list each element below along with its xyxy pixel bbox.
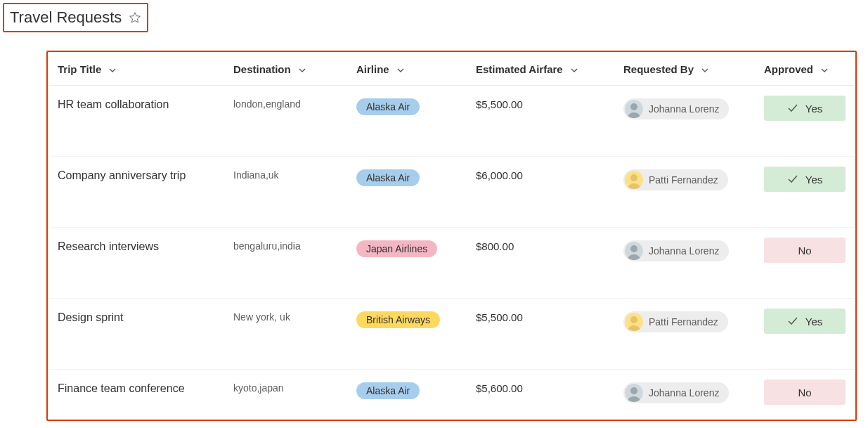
check-icon bbox=[787, 175, 798, 183]
approved-label: No bbox=[798, 387, 811, 398]
table-row[interactable]: HR team collaborationlondon,englandAlask… bbox=[49, 86, 854, 157]
table-row[interactable]: Finance team conferencekyoto,japanAlaska… bbox=[49, 370, 854, 422]
cell-requested-by: Johanna Lorenz bbox=[615, 86, 756, 157]
person-chip[interactable]: Johanna Lorenz bbox=[623, 382, 729, 403]
avatar bbox=[625, 242, 643, 260]
cell-approved: Yes bbox=[756, 299, 854, 370]
chevron-down-icon bbox=[820, 66, 829, 74]
avatar bbox=[625, 100, 643, 118]
cell-trip-title[interactable]: Finance team conference bbox=[49, 370, 225, 422]
table-row[interactable]: Company anniversary tripIndiana,ukAlaska… bbox=[49, 157, 854, 228]
cell-airfare: $5,500.00 bbox=[467, 86, 615, 157]
cell-requested-by: Patti Fernandez bbox=[615, 157, 756, 228]
column-label: Airline bbox=[356, 63, 389, 75]
column-header-requested-by[interactable]: Requested By bbox=[615, 53, 756, 86]
cell-trip-title[interactable]: Company anniversary trip bbox=[49, 157, 225, 228]
person-chip[interactable]: Patti Fernandez bbox=[623, 169, 728, 190]
cell-airfare: $5,600.00 bbox=[467, 370, 615, 422]
approved-label: Yes bbox=[805, 103, 822, 115]
avatar bbox=[625, 313, 643, 331]
svg-point-9 bbox=[630, 387, 637, 394]
travel-requests-table-container: Trip Title Destination Airline Estimated… bbox=[46, 51, 857, 421]
table-row[interactable]: Research interviewsbengaluru,indiaJapan … bbox=[49, 228, 854, 299]
cell-destination: london,england bbox=[225, 86, 348, 157]
cell-destination: kyoto,japan bbox=[225, 370, 348, 422]
person-name: Johanna Lorenz bbox=[649, 387, 719, 398]
cell-requested-by: Patti Fernandez bbox=[615, 299, 756, 370]
person-chip[interactable]: Patti Fernandez bbox=[623, 311, 728, 332]
airline-pill[interactable]: Alaska Air bbox=[356, 98, 420, 115]
table-header-row: Trip Title Destination Airline Estimated… bbox=[49, 53, 854, 86]
cell-trip-title[interactable]: Research interviews bbox=[49, 228, 225, 299]
approved-badge: Yes bbox=[764, 167, 846, 192]
approved-label: Yes bbox=[805, 174, 822, 186]
airline-pill[interactable]: Japan Airlines bbox=[356, 240, 437, 257]
column-header-destination[interactable]: Destination bbox=[225, 53, 348, 86]
column-header-trip-title[interactable]: Trip Title bbox=[49, 53, 225, 86]
cell-airline: Alaska Air bbox=[348, 157, 467, 228]
cell-approved: Yes bbox=[756, 86, 854, 157]
person-chip[interactable]: Johanna Lorenz bbox=[623, 240, 729, 261]
cell-airline: Japan Airlines bbox=[348, 228, 467, 299]
cell-approved: Yes bbox=[756, 157, 854, 228]
cell-approved: No bbox=[756, 228, 854, 299]
chevron-down-icon bbox=[701, 66, 709, 74]
check-icon bbox=[787, 317, 798, 325]
avatar bbox=[625, 384, 643, 402]
page-title: Travel Requests bbox=[10, 8, 122, 27]
column-header-airfare[interactable]: Estimated Airfare bbox=[467, 53, 615, 86]
svg-point-5 bbox=[630, 245, 637, 252]
chevron-down-icon bbox=[570, 66, 578, 74]
cell-airfare: $6,000.00 bbox=[467, 157, 615, 228]
chevron-down-icon bbox=[396, 66, 405, 74]
title-bar: Travel Requests bbox=[3, 3, 148, 32]
person-name: Johanna Lorenz bbox=[649, 245, 719, 257]
column-label: Approved bbox=[764, 63, 813, 75]
travel-requests-table: Trip Title Destination Airline Estimated… bbox=[49, 53, 854, 422]
approved-badge: Yes bbox=[764, 96, 846, 121]
svg-point-1 bbox=[630, 103, 637, 110]
chevron-down-icon bbox=[108, 66, 117, 74]
column-header-approved[interactable]: Approved bbox=[756, 53, 854, 86]
person-name: Patti Fernandez bbox=[649, 174, 718, 186]
favorite-star-icon[interactable] bbox=[129, 11, 141, 24]
column-label: Destination bbox=[233, 63, 291, 75]
cell-airfare: $800.00 bbox=[467, 228, 615, 299]
cell-trip-title[interactable]: Design sprint bbox=[49, 299, 225, 370]
chevron-down-icon bbox=[298, 66, 306, 74]
table-row[interactable]: Design sprintNew york, ukBritish Airways… bbox=[49, 299, 854, 370]
cell-airline: Alaska Air bbox=[348, 370, 467, 422]
approved-badge: No bbox=[764, 238, 846, 263]
cell-airline: Alaska Air bbox=[348, 86, 467, 157]
person-name: Patti Fernandez bbox=[649, 316, 718, 328]
cell-airfare: $5,500.00 bbox=[467, 299, 615, 370]
cell-destination: Indiana,uk bbox=[225, 157, 348, 228]
person-chip[interactable]: Johanna Lorenz bbox=[623, 98, 729, 119]
cell-destination: New york, uk bbox=[225, 299, 348, 370]
airline-pill[interactable]: Alaska Air bbox=[356, 382, 420, 399]
approved-label: No bbox=[798, 245, 811, 257]
airline-pill[interactable]: Alaska Air bbox=[356, 169, 420, 186]
approved-badge: Yes bbox=[764, 309, 846, 334]
approved-badge: No bbox=[764, 380, 846, 405]
person-name: Johanna Lorenz bbox=[649, 103, 719, 115]
column-label: Trip Title bbox=[58, 63, 101, 75]
cell-approved: No bbox=[756, 370, 854, 422]
cell-airline: British Airways bbox=[348, 299, 467, 370]
airline-pill[interactable]: British Airways bbox=[356, 311, 440, 328]
cell-requested-by: Johanna Lorenz bbox=[615, 228, 756, 299]
column-header-airline[interactable]: Airline bbox=[348, 53, 467, 86]
column-label: Estimated Airfare bbox=[476, 63, 563, 75]
cell-requested-by: Johanna Lorenz bbox=[615, 370, 756, 422]
cell-trip-title[interactable]: HR team collaboration bbox=[49, 86, 225, 157]
avatar bbox=[625, 171, 643, 189]
svg-point-3 bbox=[630, 174, 637, 181]
svg-point-7 bbox=[630, 316, 637, 323]
approved-label: Yes bbox=[805, 316, 822, 328]
column-label: Requested By bbox=[623, 63, 694, 75]
check-icon bbox=[787, 104, 798, 112]
cell-destination: bengaluru,india bbox=[225, 228, 348, 299]
